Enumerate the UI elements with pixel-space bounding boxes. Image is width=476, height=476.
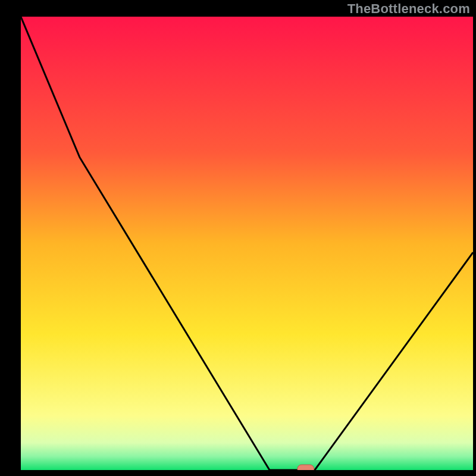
plot-area (21, 17, 473, 470)
optimal-marker (298, 465, 314, 470)
watermark-label: TheBottleneck.com (347, 1, 470, 17)
bottleneck-chart-frame: TheBottleneck.com (0, 0, 476, 476)
gradient-background (21, 17, 473, 470)
chart-svg (21, 17, 473, 470)
